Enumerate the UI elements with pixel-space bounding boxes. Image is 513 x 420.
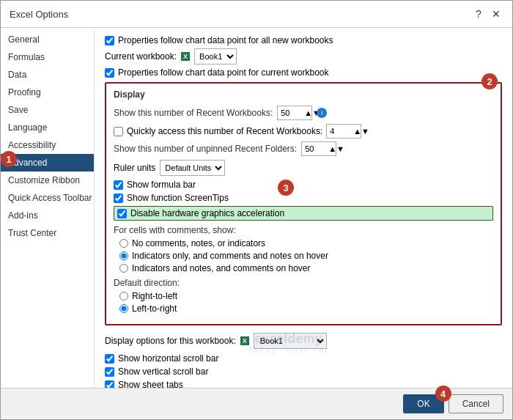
workbook-options-label: Display options for this workbook:: [105, 336, 236, 346]
function-screentips-checkbox[interactable]: [114, 194, 123, 203]
sidebar-item-data[interactable]: Data: [1, 66, 94, 84]
current-workbook-label: Current workbook:: [105, 51, 177, 62]
disable-hw-accel-checkbox[interactable]: [117, 209, 127, 218]
direction-option-1-label: Left-to-right: [132, 303, 177, 314]
function-screentips-row: Show function ScreenTips: [114, 193, 493, 203]
show-v-scroll-checkbox[interactable]: [105, 367, 114, 377]
sidebar-item-quick-access[interactable]: Quick Access Toolbar: [1, 189, 94, 207]
sidebar-item-language[interactable]: Language: [1, 119, 94, 136]
properties-current-label: Properties follow chart data point for c…: [118, 67, 328, 78]
direction-section: Default direction: Right-to-left Left-to…: [114, 278, 493, 314]
current-workbook-row: Current workbook: X Book1: [105, 48, 502, 65]
direction-option-0-label: Right-to-left: [132, 291, 177, 301]
sidebar-item-trust-center[interactable]: Trust Center: [1, 224, 94, 242]
properties-all-row: Properties follow chart data point for a…: [105, 35, 502, 45]
formula-bar-label: Show formula bar: [127, 180, 196, 190]
unpinned-folders-label: Show this number of unpinned Recent Fold…: [114, 144, 297, 154]
recent-workbooks-label: Show this number of Recent Workbooks:: [114, 108, 273, 118]
sidebar-item-proofing[interactable]: Proofing: [1, 84, 94, 101]
show-sheet-tabs-label: Show sheet tabs: [118, 380, 183, 388]
help-button[interactable]: ?: [471, 7, 486, 21]
direction-option-1-row: Left-to-right: [119, 303, 493, 314]
quick-access-spinner[interactable]: ▲▼: [326, 124, 361, 139]
close-button[interactable]: ✕: [489, 7, 503, 21]
direction-option-0-row: Right-to-left: [119, 291, 493, 301]
comment-option-1-label: Indicators only, and comments and notes …: [132, 251, 328, 261]
badge-3: 3: [278, 180, 294, 196]
recent-workbooks-row: Show this number of Recent Workbooks: ▲▼…: [114, 106, 493, 120]
info-icon[interactable]: i: [317, 108, 327, 118]
comment-option-2-label: Indicators and notes, and comments on ho…: [132, 263, 310, 273]
sidebar-item-formulas[interactable]: Formulas: [1, 48, 94, 66]
unpinned-folders-input[interactable]: [305, 144, 328, 153]
formula-bar-checkbox[interactable]: [114, 180, 123, 190]
show-h-scroll-label: Show horizontal scroll bar: [118, 353, 218, 364]
unpinned-folders-row: Show this number of unpinned Recent Fold…: [114, 141, 493, 156]
disable-hw-accel-row: Disable hardware graphics acceleration: [114, 206, 493, 221]
comment-option-0-row: No comments, notes, or indicators: [119, 238, 493, 248]
workbook-options: Display options for this workbook: X Boo…: [105, 333, 502, 388]
quick-access-input[interactable]: [330, 127, 353, 136]
workbook-excel-icon: X: [240, 336, 249, 345]
show-h-scroll-checkbox[interactable]: [105, 354, 114, 364]
sidebar-item-save[interactable]: Save: [1, 101, 94, 119]
comment-option-0-radio[interactable]: [119, 239, 128, 248]
comments-label: For cells with comments, show:: [114, 225, 493, 235]
dialog-title: Excel Options: [10, 9, 68, 20]
sidebar-item-customize-ribbon[interactable]: Customize Ribbon: [1, 172, 94, 189]
sidebar-item-accessibility[interactable]: Accessibility: [1, 136, 94, 154]
title-bar-buttons: ? ✕: [471, 7, 503, 21]
sidebar: General Formulas Data Proofing Save Lang…: [1, 28, 95, 388]
comment-option-2-radio[interactable]: [119, 264, 128, 273]
function-screentips-label: Show function ScreenTips: [127, 193, 229, 203]
sidebar-item-add-ins[interactable]: Add-ins: [1, 207, 94, 224]
cancel-button[interactable]: Cancel: [449, 394, 503, 413]
unpinned-folders-spinner[interactable]: ▲▼: [301, 141, 336, 156]
properties-current-checkbox[interactable]: [105, 68, 114, 78]
current-workbook-select[interactable]: Book1: [194, 48, 237, 65]
formula-bar-row: Show formula bar: [114, 180, 493, 190]
show-h-scroll-row: Show horizontal scroll bar: [105, 353, 502, 364]
display-section: Display Show this number of Recent Workb…: [105, 82, 502, 325]
show-v-scroll-row: Show vertical scroll bar: [105, 366, 502, 377]
direction-option-0-radio[interactable]: [119, 292, 128, 301]
workbook-dropdown[interactable]: Book1: [254, 333, 327, 349]
show-sheet-tabs-checkbox[interactable]: [105, 380, 114, 388]
properties-all-label: Properties follow chart data point for a…: [118, 35, 333, 45]
properties-all-checkbox[interactable]: [105, 36, 114, 45]
excel-options-dialog: Excel Options ? ✕ General Formulas Data …: [0, 0, 513, 420]
show-v-scroll-label: Show vertical scroll bar: [118, 366, 208, 377]
quick-access-label: Quickly access this number of Recent Wor…: [127, 126, 322, 136]
direction-option-1-radio[interactable]: [119, 304, 128, 313]
badge-4: 4: [435, 386, 451, 402]
comment-option-1-radio[interactable]: [119, 251, 128, 260]
disable-hw-accel-label: Disable hardware graphics acceleration: [130, 208, 284, 218]
excel-icon: X: [181, 52, 190, 61]
content-area: Properties follow chart data point for a…: [95, 28, 512, 388]
comment-option-2-row: Indicators and notes, and comments on ho…: [119, 263, 493, 273]
ruler-select[interactable]: Default Units: [160, 160, 225, 176]
direction-label: Default direction:: [114, 278, 493, 288]
badge-1: 1: [1, 151, 17, 167]
recent-workbooks-spinner[interactable]: ▲▼: [277, 106, 312, 120]
quick-access-checkbox[interactable]: [114, 127, 123, 136]
badge-2: 2: [481, 73, 498, 89]
title-bar: Excel Options ? ✕: [1, 1, 512, 28]
ruler-label: Ruler units: [114, 163, 155, 173]
content-scroll: Properties follow chart data point for a…: [95, 28, 512, 388]
sidebar-item-general[interactable]: General: [1, 31, 94, 48]
quick-access-row: Quickly access this number of Recent Wor…: [114, 124, 493, 139]
display-label: Display: [114, 89, 493, 100]
top-checkboxes: Properties follow chart data point for a…: [105, 35, 502, 78]
ruler-row: Ruler units Default Units: [114, 160, 493, 176]
properties-current-row: Properties follow chart data point for c…: [105, 67, 502, 78]
comments-section: For cells with comments, show: No commen…: [114, 225, 493, 273]
comment-option-0-label: No comments, notes, or indicators: [132, 238, 265, 248]
bottom-bar: OK 4 Cancel: [1, 388, 512, 419]
comment-option-1-row: Indicators only, and comments and notes …: [119, 251, 493, 261]
dialog-body: General Formulas Data Proofing Save Lang…: [1, 28, 512, 388]
workbook-header: Display options for this workbook: X Boo…: [105, 333, 502, 349]
recent-workbooks-input[interactable]: [281, 108, 304, 117]
